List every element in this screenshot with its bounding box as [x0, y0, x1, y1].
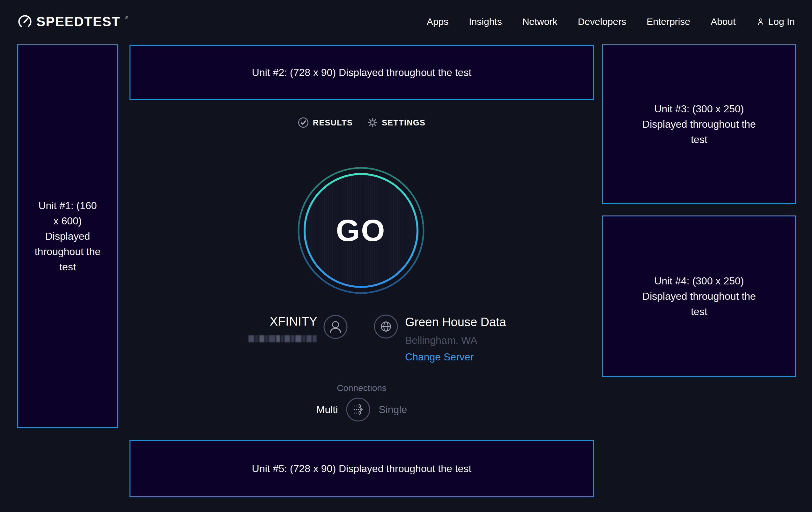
nav-item-about[interactable]: About [710, 16, 735, 27]
logo-wordmark: SPEEDTEST [36, 14, 120, 29]
connections-heading: Connections [129, 383, 594, 393]
speedometer-icon [17, 14, 32, 29]
nav-item-developers[interactable]: Developers [578, 16, 627, 27]
ad-unit-4-label: Unit #4: (300 x 250) Displayed throughou… [637, 273, 761, 319]
nav-item-network[interactable]: Network [522, 16, 557, 27]
login-button[interactable]: Log In [756, 16, 795, 27]
view-tabs: RESULTS SETTING [129, 114, 594, 131]
gear-icon [368, 117, 378, 128]
isp-name: XFINITY [270, 315, 317, 328]
login-label: Log In [768, 16, 795, 27]
ad-unit-3-label: Unit #3: (300 x 250) Displayed throughou… [637, 101, 761, 147]
connections-toggle-row: Multi Single [129, 397, 594, 422]
nav-item-insights[interactable]: Insights [469, 16, 502, 27]
nav-item-apps[interactable]: Apps [427, 16, 448, 27]
nav-menu: Apps Insights Network Developers Enterpr… [427, 16, 795, 27]
ad-unit-5-leaderboard: Unit #5: (728 x 90) Displayed throughout… [129, 440, 594, 497]
server-globe-icon [374, 315, 398, 340]
ad-unit-3-rectangle: Unit #3: (300 x 250) Displayed throughou… [602, 44, 796, 204]
ad-unit-5-label: Unit #5: (728 x 90) Displayed throughout… [252, 461, 471, 476]
tab-results[interactable]: RESULTS [298, 117, 353, 128]
ad-unit-2-label: Unit #2: (728 x 90) Displayed throughout… [252, 65, 471, 80]
check-circle-icon [298, 117, 309, 128]
connections-option-multi[interactable]: Multi [316, 404, 338, 415]
go-button-label: GO [296, 165, 427, 296]
tab-results-label: RESULTS [313, 118, 353, 127]
ad-unit-4-rectangle: Unit #4: (300 x 250) Displayed throughou… [602, 215, 796, 377]
server-name: Green House Data [405, 315, 506, 329]
logo-trademark: ® [125, 15, 128, 20]
speedtest-page: SPEEDTEST ® Apps Insights Network Develo… [0, 0, 812, 512]
user-icon [756, 17, 765, 26]
connections-option-single[interactable]: Single [379, 404, 407, 415]
nav-item-enterprise[interactable]: Enterprise [646, 16, 690, 27]
server-location: Bellingham, WA [405, 334, 477, 346]
tab-settings[interactable]: SETTINGS [368, 117, 426, 128]
tab-settings-label: SETTINGS [382, 118, 426, 127]
top-nav: SPEEDTEST ® Apps Insights Network Develo… [0, 0, 812, 44]
ip-address-redacted [249, 334, 317, 343]
isp-user-icon [323, 315, 348, 340]
speedtest-logo[interactable]: SPEEDTEST ® [17, 14, 127, 29]
ad-unit-2-leaderboard: Unit #2: (728 x 90) Displayed throughout… [129, 45, 594, 100]
connections-toggle-icon[interactable] [346, 397, 370, 422]
ad-unit-1-label: Unit #1: (160 x 600) Displayed throughou… [34, 198, 101, 274]
ad-unit-1-skyscraper: Unit #1: (160 x 600) Displayed throughou… [17, 44, 118, 428]
go-button[interactable]: GO [296, 165, 427, 296]
change-server-link[interactable]: Change Server [405, 351, 474, 363]
